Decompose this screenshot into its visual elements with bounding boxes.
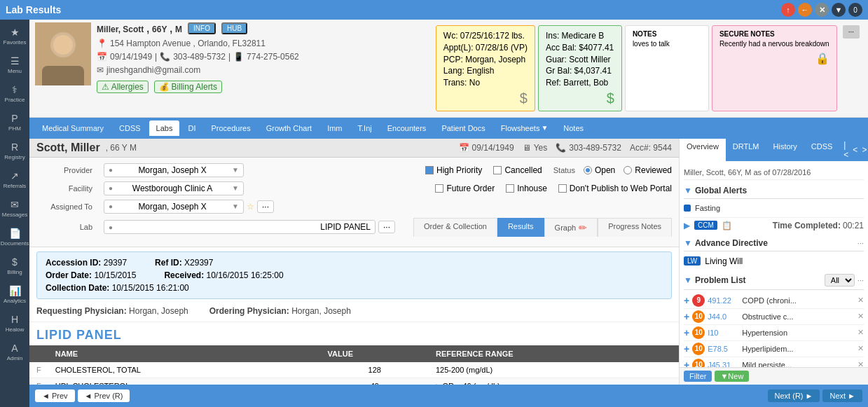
status-open-radio[interactable]: Open (584, 165, 615, 175)
advance-directive-action[interactable]: ··· (857, 239, 864, 247)
facility-select[interactable]: ● Westborough Clinic A ▼ (104, 181, 244, 195)
prev-r-button[interactable]: ◄ Prev (R) (78, 389, 130, 402)
prob-add-icon[interactable]: + (684, 343, 689, 354)
sidebar-item-messages[interactable]: ✉ Messages (0, 195, 29, 222)
prob-remove-icon[interactable]: ✕ (857, 328, 864, 337)
right-panel-content: Miller, Scott, 66Y, M as of 07/28/2016 ▼… (680, 161, 868, 367)
back-icon[interactable]: ← (798, 3, 812, 17)
sidebar-item-admin[interactable]: A Admin (0, 338, 29, 366)
tab-cdss[interactable]: CDSS (112, 120, 148, 136)
tab-flowsheets[interactable]: Flowsheets ▼ (494, 120, 556, 136)
dob-cal-icon: 📅 (459, 143, 469, 153)
patient-name-text: Miller, Scott (97, 25, 144, 34)
status-reviewed-radio[interactable]: Reviewed (624, 165, 672, 175)
prob-add-icon[interactable]: + (684, 359, 689, 367)
prob-remove-icon[interactable]: ✕ (857, 360, 864, 367)
tab-order-collection[interactable]: Order & Collection (413, 218, 497, 237)
rp-next-icon[interactable]: > (860, 144, 868, 156)
lab-table-wrapper[interactable]: NAME VALUE REFERENCE RANGE F CHOLESTEROL… (29, 345, 679, 385)
prob-remove-icon[interactable]: ✕ (857, 312, 864, 321)
assigned-star-icon[interactable]: ☆ (247, 202, 254, 212)
tab-imm[interactable]: Imm (320, 120, 349, 136)
notes-card: NOTES loves to talk (625, 25, 709, 111)
close-icon[interactable]: ✕ (815, 3, 829, 17)
future-order-checkbox[interactable]: Future Order (435, 184, 495, 193)
rp-tab-history[interactable]: History (766, 139, 804, 161)
tab-medical-summary[interactable]: Medical Summary (35, 120, 111, 136)
up-icon[interactable]: ↑ (781, 3, 795, 17)
rp-prev-icon[interactable]: < (851, 144, 859, 156)
prob-remove-icon[interactable]: ✕ (857, 296, 864, 305)
inhouse-checkbox[interactable]: Inhouse (506, 184, 547, 193)
tab-di[interactable]: DI (181, 120, 202, 136)
rp-first-icon[interactable]: |< (842, 139, 850, 161)
rp-tab-overview[interactable]: Overview (680, 139, 726, 161)
ccm-toggle[interactable]: ▶ (684, 221, 690, 230)
sub-area: Scott, Miller , 66 Y M 📅 09/14/1949 🖥 Ye… (29, 139, 868, 385)
tab-procedures[interactable]: Procedures (204, 120, 257, 136)
prev-button[interactable]: ◄ Prev (35, 389, 75, 402)
tab-progress-notes[interactable]: Progress Notes (598, 218, 672, 237)
lab-select[interactable]: ● LIPID PANEL (104, 220, 376, 234)
prob-add-icon[interactable]: + (684, 295, 689, 306)
assigned-to-label: Assigned To (36, 202, 92, 211)
cancelled-checkbox[interactable]: Cancelled (493, 165, 542, 175)
patient-email: jineshgandhi@gmail.com (106, 64, 200, 77)
dropdown-icon[interactable]: ▼ (832, 3, 846, 17)
new-button[interactable]: ▼New (715, 371, 749, 382)
sidebar-item-phm[interactable]: P PHM (0, 109, 29, 136)
prob-add-icon[interactable]: + (684, 327, 689, 338)
sidebar-item-healow[interactable]: H Healow (0, 310, 29, 337)
rp-tab-cdss[interactable]: CDSS (804, 139, 840, 161)
card-nav-dots[interactable]: ··· (843, 25, 860, 39)
tab-labs[interactable]: Labs (149, 120, 180, 136)
sidebar-item-documents[interactable]: 📄 Documents (0, 223, 29, 251)
provider-label: Provider (36, 166, 92, 174)
sidebar-item-practice[interactable]: ⚕ Practice (0, 80, 29, 107)
lab-table-body: F CHOLESTEROL, TOTAL 128 125-200 (mg/dL)… (29, 362, 679, 385)
global-alerts-toggle[interactable]: ▼ (684, 186, 692, 195)
next-r-button[interactable]: Next (R) ► (768, 389, 820, 402)
tab-patient-docs[interactable]: Patient Docs (434, 120, 492, 136)
hub-button[interactable]: HUB (221, 22, 247, 34)
sidebar-item-registry[interactable]: R Registry (0, 137, 29, 165)
next-button[interactable]: Next ► (822, 389, 862, 402)
living-will-label: Living Will (705, 256, 743, 266)
high-priority-checkbox[interactable]: High Priority (425, 165, 482, 175)
sidebar-item-billing[interactable]: $ Billing (0, 252, 29, 280)
prob-add-icon[interactable]: + (684, 311, 689, 322)
tab-tinj[interactable]: T.Inj (351, 120, 379, 136)
problem-filter-select[interactable]: All (825, 274, 855, 287)
problem-list-toggle[interactable]: ▼ (684, 275, 692, 285)
prob-remove-icon[interactable]: ✕ (857, 344, 864, 353)
billing-icon: $ (12, 256, 18, 268)
assigned-ellipsis-btn[interactable]: ··· (257, 200, 274, 213)
advance-directive-toggle[interactable]: ▼ (684, 238, 692, 248)
info-button[interactable]: INFO (188, 22, 216, 34)
dont-publish-checkbox[interactable]: Don't Publish to Web Portal (558, 184, 672, 193)
tab-results[interactable]: Results (497, 218, 544, 237)
ccm-row: ▶ CCM 📋 Time Completed: 00:21 (684, 217, 864, 233)
assigned-to-select[interactable]: ● Morgan, Joseph X ▼ (104, 200, 244, 214)
sidebar-item-favorites[interactable]: ★ Favorites (0, 22, 29, 50)
edit-icon[interactable]: ✏ (579, 222, 587, 233)
tab-notes[interactable]: Notes (556, 120, 591, 136)
lab-ellipsis-btn[interactable]: ··· (378, 221, 395, 233)
rp-tab-drtlm[interactable]: DRTLM (726, 139, 766, 161)
billing-alerts-badge[interactable]: 💰 Billing Alerts (154, 81, 222, 93)
form-area: Provider ● Morgan, Joseph X ▼ High (29, 158, 679, 247)
provider-select[interactable]: ● Morgan, Joseph X ▼ (104, 163, 244, 177)
value-col-header: VALUE (321, 345, 429, 362)
tab-growth-chart[interactable]: Growth Chart (259, 120, 319, 136)
facility-label: Facility (36, 184, 92, 193)
problem-list-action[interactable]: ··· (857, 276, 864, 284)
ccm-doc-icon: 📋 (722, 221, 732, 230)
sidebar-item-menu[interactable]: ☰ Menu (0, 51, 29, 78)
sidebar-item-analytics[interactable]: 📊 Analytics (0, 281, 29, 308)
allergies-badge[interactable]: ⚠ Allergies (97, 81, 149, 93)
tab-encounters[interactable]: Encounters (380, 120, 434, 136)
filter-button[interactable]: Filter (684, 371, 712, 382)
lab-label: Lab (36, 223, 92, 231)
sidebar-item-referrals[interactable]: ↗ Referrals (0, 166, 29, 193)
reviewed-rb (624, 166, 632, 174)
